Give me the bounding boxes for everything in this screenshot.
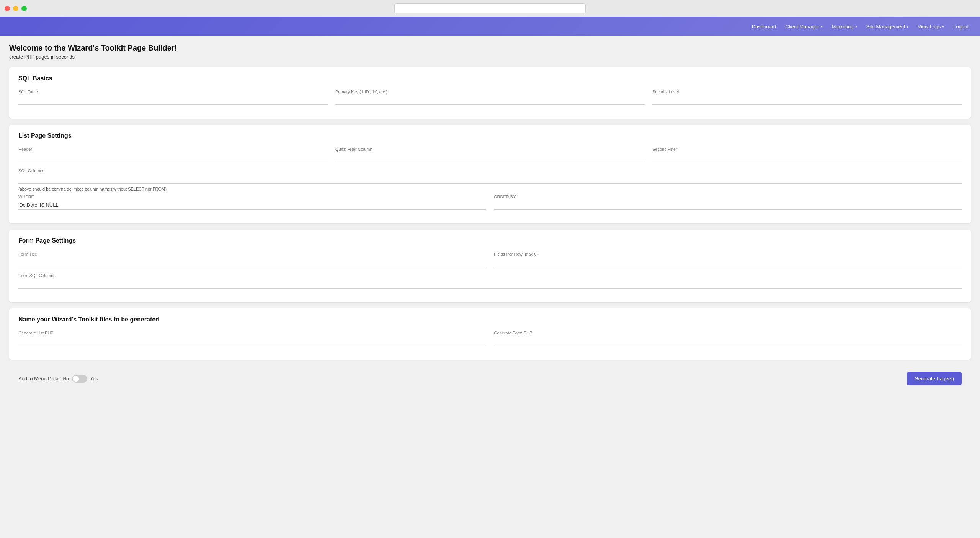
sql-columns-label: SQL Columns xyxy=(18,168,962,173)
fields-per-row-label: Fields Per Row (max 6) xyxy=(494,252,962,256)
generate-form-php-field: Generate Form PHP xyxy=(494,331,962,346)
header-label: Header xyxy=(18,147,328,152)
second-filter-input[interactable] xyxy=(652,153,962,162)
nav-marketing[interactable]: Marketing ▾ xyxy=(828,21,861,32)
nav-view-logs[interactable]: View Logs ▾ xyxy=(914,21,948,32)
second-filter-field: Second Filter xyxy=(652,147,962,162)
order-by-field: ORDER BY xyxy=(494,194,962,210)
fields-per-row-field: Fields Per Row (max 6) xyxy=(494,252,962,267)
close-button[interactable] xyxy=(5,6,10,11)
where-input[interactable] xyxy=(18,201,486,210)
generate-files-title: Name your Wizard's Toolkit files to be g… xyxy=(18,316,962,323)
form-sql-columns-input[interactable] xyxy=(18,279,962,289)
sql-basics-row: SQL Table Primary Key ('UID', 'id', etc.… xyxy=(18,90,962,105)
sql-basics-section: SQL Basics SQL Table Primary Key ('UID',… xyxy=(9,67,971,119)
form-row-1: Form Title Fields Per Row (max 6) xyxy=(18,252,962,267)
generate-list-php-field: Generate List PHP xyxy=(18,331,486,346)
form-title-label: Form Title xyxy=(18,252,486,256)
list-row-2: SQL Columns xyxy=(18,168,962,184)
nav-logout[interactable]: Logout xyxy=(949,21,972,32)
quick-filter-field: Quick Filter Column xyxy=(335,147,645,162)
form-title-input[interactable] xyxy=(18,258,486,267)
page-subtitle: create PHP pages in seconds xyxy=(9,54,971,60)
toggle-yes-label: Yes xyxy=(90,376,98,381)
sql-basics-title: SQL Basics xyxy=(18,75,962,82)
chevron-down-icon: ▾ xyxy=(855,24,857,29)
address-bar[interactable] xyxy=(394,3,586,13)
nav-client-manager[interactable]: Client Manager ▾ xyxy=(781,21,826,32)
primary-key-input[interactable] xyxy=(335,96,645,105)
navbar: Dashboard Client Manager ▾ Marketing ▾ S… xyxy=(0,17,980,36)
header-field: Header xyxy=(18,147,328,162)
add-to-menu-toggle[interactable] xyxy=(72,375,87,383)
generate-files-section: Name your Wizard's Toolkit files to be g… xyxy=(9,308,971,360)
form-sql-columns-label: Form SQL Columns xyxy=(18,273,962,278)
nav-site-management[interactable]: Site Management ▾ xyxy=(862,21,913,32)
menu-toggle-container: Add to Menu Data: No Yes xyxy=(18,375,98,383)
sql-columns-field: SQL Columns xyxy=(18,168,962,184)
security-level-label: Security Level xyxy=(652,90,962,94)
add-to-menu-label: Add to Menu Data: xyxy=(18,376,60,381)
traffic-lights xyxy=(5,6,27,11)
quick-filter-label: Quick Filter Column xyxy=(335,147,645,152)
sql-columns-note: (above should be comma delimited column … xyxy=(18,187,962,191)
generate-row: Generate List PHP Generate Form PHP xyxy=(18,331,962,346)
header-input[interactable] xyxy=(18,153,328,162)
generate-list-php-label: Generate List PHP xyxy=(18,331,486,335)
minimize-button[interactable] xyxy=(13,6,18,11)
generate-list-php-input[interactable] xyxy=(18,337,486,346)
generate-pages-button[interactable]: Generate Page(s) xyxy=(907,372,962,385)
toggle-slider xyxy=(72,375,87,383)
where-label: WHERE xyxy=(18,194,486,199)
maximize-button[interactable] xyxy=(21,6,27,11)
form-page-settings-section: Form Page Settings Form Title Fields Per… xyxy=(9,230,971,302)
title-bar xyxy=(0,0,980,17)
fields-per-row-input[interactable] xyxy=(494,258,962,267)
order-by-label: ORDER BY xyxy=(494,194,962,199)
security-level-input[interactable] xyxy=(652,96,962,105)
list-row-3: WHERE ORDER BY xyxy=(18,194,962,210)
toggle-no-label: No xyxy=(63,376,69,381)
generate-form-php-input[interactable] xyxy=(494,337,962,346)
form-title-field: Form Title xyxy=(18,252,486,267)
sql-table-input[interactable] xyxy=(18,96,328,105)
main-content: Welcome to the Wizard's Toolkit Page Bui… xyxy=(0,36,980,399)
chevron-down-icon: ▾ xyxy=(906,24,908,29)
order-by-input[interactable] xyxy=(494,201,962,210)
sql-columns-input[interactable] xyxy=(18,174,962,184)
where-field: WHERE xyxy=(18,194,486,210)
security-level-field: Security Level xyxy=(652,90,962,105)
form-page-title: Form Page Settings xyxy=(18,237,962,244)
form-sql-columns-field: Form SQL Columns xyxy=(18,273,962,289)
chevron-down-icon: ▾ xyxy=(942,24,944,29)
list-row-1: Header Quick Filter Column Second Filter xyxy=(18,147,962,162)
sql-table-label: SQL Table xyxy=(18,90,328,94)
primary-key-label: Primary Key ('UID', 'id', etc.) xyxy=(335,90,645,94)
quick-filter-input[interactable] xyxy=(335,153,645,162)
sql-table-field: SQL Table xyxy=(18,90,328,105)
list-page-settings-section: List Page Settings Header Quick Filter C… xyxy=(9,125,971,223)
list-page-title: List Page Settings xyxy=(18,132,962,139)
page-title: Welcome to the Wizard's Toolkit Page Bui… xyxy=(9,44,971,52)
generate-form-php-label: Generate Form PHP xyxy=(494,331,962,335)
nav-dashboard[interactable]: Dashboard xyxy=(748,21,780,32)
chevron-down-icon: ▾ xyxy=(821,24,823,29)
second-filter-label: Second Filter xyxy=(652,147,962,152)
form-row-2: Form SQL Columns xyxy=(18,273,962,289)
bottom-bar: Add to Menu Data: No Yes Generate Page(s… xyxy=(9,366,971,391)
primary-key-field: Primary Key ('UID', 'id', etc.) xyxy=(335,90,645,105)
